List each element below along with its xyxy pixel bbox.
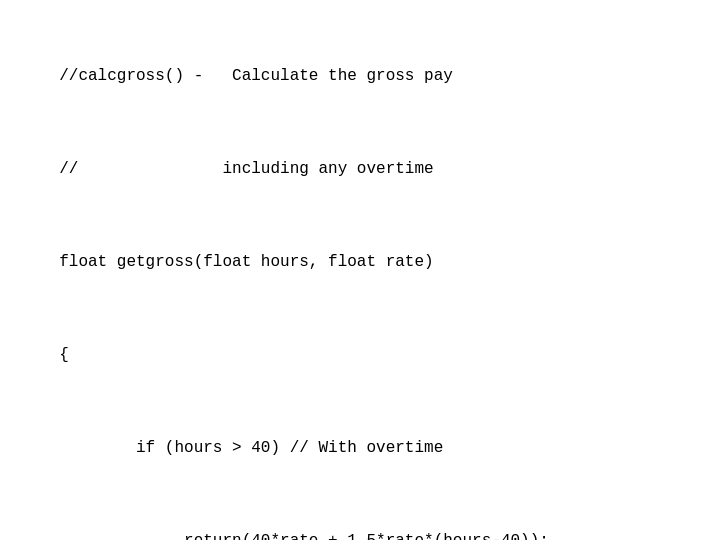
- code-line-2: // including any overtime: [59, 160, 433, 178]
- code-line-3: float getgross(float hours, float rate): [59, 253, 433, 271]
- code-display: //calcgross() - Calculate the gross pay …: [40, 30, 549, 540]
- code-line-5: if (hours > 40) // With overtime: [59, 439, 443, 457]
- code-line-1: //calcgross() - Calculate the gross pay: [59, 67, 453, 85]
- code-line-6: return(40*rate + 1.5*rate*(hours-40));: [59, 532, 549, 540]
- code-line-4: {: [59, 346, 69, 364]
